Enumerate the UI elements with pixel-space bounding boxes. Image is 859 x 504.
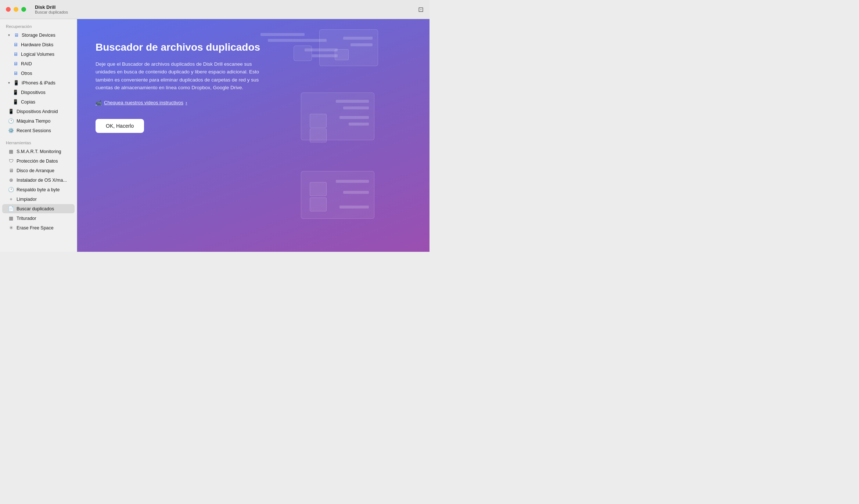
sidebar-item-buscar-duplicados[interactable]: 📄 Buscar duplicados — [2, 204, 75, 213]
deco-thumb-5 — [310, 197, 327, 211]
app-title: Disk Drill — [35, 4, 68, 10]
traffic-lights — [6, 7, 26, 12]
sidebar-item-otros[interactable]: 🖥 Otros — [2, 69, 75, 78]
sidebar-label-proteccion: Protección de Datos — [17, 159, 58, 164]
sidebar-item-storage-devices[interactable]: ▾ 🖥 Storage Devices — [2, 30, 75, 40]
sidebar-item-maquina[interactable]: 🕐 Máquina Tiempo — [2, 116, 75, 126]
sidebar-item-smart[interactable]: ▦ S.M.A.R.T. Monitoring — [2, 147, 75, 156]
sidebar-label-limpiador: Limpiador — [17, 197, 37, 202]
minimize-button[interactable] — [14, 7, 18, 12]
sidebar-item-proteccion[interactable]: 🛡 Protección de Datos — [2, 156, 75, 166]
deco-line-10 — [349, 123, 369, 126]
sidebar-label-maquina: Máquina Tiempo — [17, 119, 50, 124]
sidebar-label-logical: Logical Volumes — [21, 52, 54, 57]
sidebar: Recuperación ▾ 🖥 Storage Devices 🖥 Hardw… — [0, 19, 77, 252]
android-icon: 📱 — [8, 109, 14, 114]
video-icon: 📹 — [96, 100, 102, 106]
app-body: Recuperación ▾ 🖥 Storage Devices 🖥 Hardw… — [0, 19, 430, 252]
sidebar-label-iphones: iPhones & iPads — [22, 80, 55, 86]
sidebar-item-android[interactable]: 📱 Dispositivos Android — [2, 107, 75, 116]
titlebar: Disk Drill Buscar duplicados ⊡ — [0, 0, 430, 19]
deco-line-8 — [343, 106, 369, 109]
sidebar-item-recent-sessions[interactable]: ⚙️ Recent Sessions — [2, 126, 75, 135]
deco-line-12 — [343, 191, 369, 194]
disco-icon: 🖥 — [8, 168, 14, 173]
sidebar-label-copias: Copias — [21, 99, 35, 105]
deco-card-1 — [294, 46, 312, 61]
respaldo-icon: 🕐 — [8, 187, 14, 192]
sidebar-item-erase[interactable]: ✳ Erase Free Space — [2, 223, 75, 232]
iphone-icon: 📱 — [13, 80, 19, 86]
sidebar-item-logical-volumes[interactable]: 🖥 Logical Volumes — [2, 50, 75, 59]
hardware-icon: 🖥 — [12, 42, 18, 47]
deco-card-3 — [301, 93, 374, 140]
maquina-icon: 🕐 — [8, 118, 14, 124]
sidebar-label-raid: RAID — [21, 61, 32, 66]
book-icon[interactable]: ⊡ — [418, 6, 424, 14]
limpiador-icon: + — [8, 196, 14, 202]
cta-button[interactable]: OK, Hacerlo — [96, 119, 144, 133]
deco-thumb-3 — [310, 128, 327, 142]
recent-icon: ⚙️ — [8, 128, 14, 133]
chevron-iphones-icon: ▾ — [8, 81, 10, 85]
section-recuperacion: Recuperación — [0, 19, 77, 30]
sidebar-item-hardware-disks[interactable]: 🖥 Hardware Disks — [2, 40, 75, 49]
dispositivos-icon: 📱 — [12, 90, 18, 95]
content-area: Buscador de archivos duplicados Deje que… — [77, 19, 430, 252]
sidebar-item-respaldo[interactable]: 🕐 Respaldo byte a byte — [2, 185, 75, 194]
link-text: Chequea nuestros videos instructivos — [104, 100, 183, 105]
deco-line-6 — [351, 43, 373, 46]
sidebar-label-respaldo: Respaldo byte a byte — [17, 187, 60, 192]
sidebar-item-disco-arranque[interactable]: 🖥 Disco de Arranque — [2, 166, 75, 175]
deco-line-7 — [336, 100, 369, 103]
deco-thumb-2 — [310, 114, 327, 128]
sidebar-label-recent: Recent Sessions — [17, 128, 51, 133]
proteccion-icon: 🛡 — [8, 158, 14, 164]
triturador-icon: ▦ — [8, 215, 14, 221]
sidebar-label-smart: S.M.A.R.T. Monitoring — [17, 149, 61, 154]
erase-icon: ✳ — [8, 225, 14, 231]
deco-line-3 — [305, 48, 338, 51]
sidebar-label-dispositivos: Dispositivos — [21, 90, 46, 95]
deco-line-13 — [339, 206, 369, 209]
titlebar-subtitle: Buscar duplicados — [35, 10, 68, 14]
deco-thumb-1 — [335, 49, 349, 60]
titlebar-text: Disk Drill Buscar duplicados — [35, 4, 68, 14]
smart-icon: ▦ — [8, 149, 14, 154]
deco-line-5 — [343, 37, 373, 40]
deco-line-9 — [339, 116, 369, 119]
close-button[interactable] — [6, 7, 11, 12]
sidebar-item-instalador[interactable]: ⊗ Instalador de OS X/ma... — [2, 175, 75, 185]
sidebar-label-disco: Disco de Arranque — [17, 168, 54, 173]
sidebar-item-raid[interactable]: 🖥 RAID — [2, 59, 75, 68]
raid-icon: 🖥 — [12, 61, 18, 66]
sidebar-label-duplicados: Buscar duplicados — [17, 206, 54, 211]
copias-icon: 📱 — [12, 99, 18, 105]
section-herramientas: Herramientas — [0, 135, 77, 146]
deco-card-4 — [301, 171, 374, 219]
deco-thumb-4 — [310, 182, 327, 196]
chevron-icon: ▾ — [8, 33, 10, 37]
sidebar-label-instalador: Instalador de OS X/ma... — [17, 178, 67, 183]
sidebar-item-copias[interactable]: 📱 Copias — [2, 97, 75, 106]
sidebar-label-android: Dispositivos Android — [17, 109, 58, 114]
maximize-button[interactable] — [21, 7, 26, 12]
sidebar-item-dispositivos[interactable]: 📱 Dispositivos — [2, 88, 75, 97]
logical-icon: 🖥 — [12, 51, 18, 57]
link-chevron: › — [186, 100, 187, 105]
deco-line-1 — [260, 33, 305, 36]
video-link[interactable]: 📹 Chequea nuestros videos instructivos › — [96, 100, 272, 106]
duplicados-icon: 📄 — [8, 206, 14, 211]
main-content-card: Buscador de archivos duplicados Deje que… — [96, 41, 272, 133]
storage-icon: 🖥 — [13, 32, 19, 38]
sidebar-item-iphones[interactable]: ▾ 📱 iPhones & iPads — [2, 78, 75, 87]
deco-line-4 — [312, 54, 338, 57]
sidebar-label-erase: Erase Free Space — [17, 225, 54, 231]
sidebar-item-triturador[interactable]: ▦ Triturador — [2, 214, 75, 223]
content-title: Buscador de archivos duplicados — [96, 41, 272, 54]
deco-line-2 — [268, 39, 327, 42]
deco-line-11 — [336, 180, 369, 183]
sidebar-item-limpiador[interactable]: + Limpiador — [2, 195, 75, 204]
sidebar-label-triturador: Triturador — [17, 216, 36, 221]
content-description: Deje que el Buscador de archivos duplica… — [96, 60, 272, 92]
